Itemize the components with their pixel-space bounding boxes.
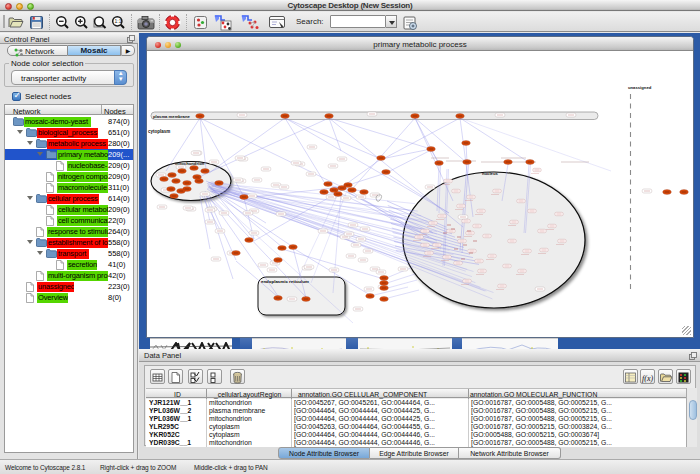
- svg-text:cytoplasm: cytoplasm: [148, 129, 170, 134]
- svg-text:nucleus: nucleus: [482, 171, 498, 176]
- svg-text:unassigned: unassigned: [628, 85, 652, 90]
- svg-text:mitochondrion: mitochondrion: [175, 161, 205, 166]
- svg-text:plasma membrane: plasma membrane: [153, 114, 190, 119]
- svg-text:1:1: 1:1: [115, 18, 122, 24]
- svg-text:f(x): f(x): [642, 374, 653, 383]
